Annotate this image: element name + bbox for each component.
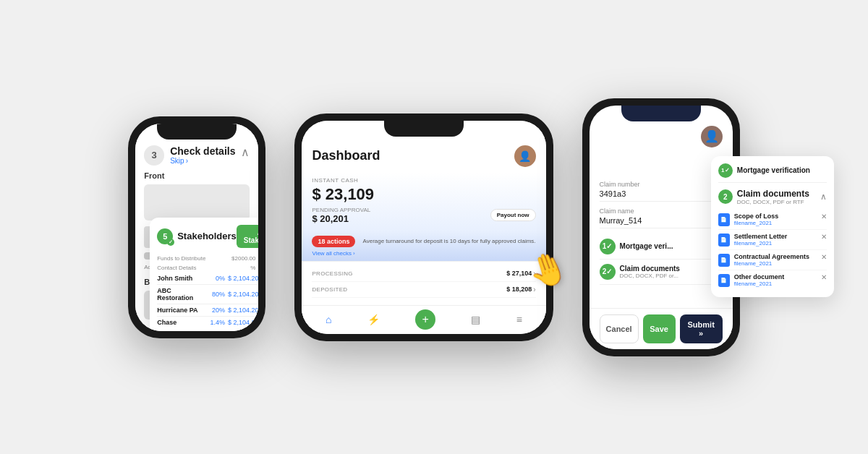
stakeholder-pct: 20%: [212, 307, 225, 314]
phone-notch-3: [621, 106, 701, 121]
save-button[interactable]: Save: [643, 314, 676, 343]
funds-amount: $2000.00: [231, 255, 255, 262]
list-item: 📄 Other document filename_2021 ✕: [718, 270, 827, 290]
check-item-1-info: Mortgage veri...: [620, 242, 723, 250]
stakeholder-name: ABC Restoration: [157, 287, 209, 301]
stake-column-header: Contact Details %: [157, 263, 258, 273]
doc-card-number: 2: [718, 189, 733, 204]
list-item: 📄 Scope of Loss filename_2021 ✕: [718, 210, 827, 230]
claim-name-field: Claim name Murray_514: [600, 207, 723, 228]
collapse-button[interactable]: ∧: [241, 145, 250, 159]
tab-check-1-label: Check 1: [607, 159, 631, 166]
check-item-1-circle: 1✓: [600, 239, 616, 254]
nav-inbox-icon[interactable]: ▤: [471, 314, 480, 325]
doc-card-subtitle: DOC, DOCX, PDF or RTF: [737, 199, 809, 205]
stakeholder-pct: 1.4%: [210, 319, 225, 326]
doc-remove-button[interactable]: ✕: [821, 213, 827, 220]
phone-notch-2: [384, 121, 464, 137]
cancel-button[interactable]: Cancel: [600, 314, 639, 343]
table-row: John Smith 0% $ 2,104.20: [157, 273, 258, 285]
check-title: Check details: [170, 145, 235, 157]
tab-check-2-label: Check 2: [658, 159, 681, 166]
doc-info: Settlement Letter filename_2021: [734, 233, 817, 247]
balance-section: INSTANT CASH $ 23,109 PENDING APPROVAL $…: [302, 173, 545, 231]
processing-row: PROCESSING $ 27,104 ›: [312, 266, 535, 282]
doc-name: Settlement Letter: [734, 233, 817, 240]
mortgage-check-circle: 1✓: [718, 163, 733, 178]
mortgage-verification-title: Mortgage verification: [737, 166, 810, 174]
deposited-label: DEPOSITED: [312, 286, 347, 293]
doc-card-chevron[interactable]: ∧: [820, 192, 827, 202]
doc-name: Contractual Agreements: [734, 253, 817, 260]
doc-file-icon: 📄: [718, 254, 730, 267]
stake-title-row: 5 Stakeholders: [157, 228, 237, 244]
doc-card-header: 2 Claim documents DOC, DOCX, PDF or RTF …: [718, 189, 827, 205]
claim-number-label: Claim number: [600, 181, 723, 188]
document-card: 1✓ Mortgage verification 2 Claim documen…: [711, 156, 834, 297]
claim-name-value[interactable]: Murray_514: [600, 216, 723, 228]
actions-text: Average turnaround for deposit is 10 day…: [362, 238, 535, 244]
check-skip[interactable]: Skip ›: [170, 157, 235, 165]
check-header: 3 Check details Skip › ∧: [144, 145, 250, 166]
stakeholders-title: Stakeholders: [177, 231, 237, 241]
doc-filename: filename_2021: [734, 260, 817, 267]
doc-card-title-group: Claim documents DOC, DOCX, PDF or RTF: [737, 189, 809, 205]
nav-add-button[interactable]: +: [415, 309, 435, 330]
payout-row: PENDING APPROVAL $ 20,201 Payout now: [312, 207, 535, 224]
check-item-2-sub: DOC, DOCX, PDF or...: [620, 273, 723, 279]
list-item: 📄 Contractual Agreements filename_2021 ✕: [718, 250, 827, 270]
submit-button[interactable]: Submit »: [680, 314, 723, 343]
check-item-2: 2✓ Claim documents DOC, DOCX, PDF or...: [600, 260, 723, 285]
doc-filename: filename_2021: [734, 220, 817, 226]
tab-check-2[interactable]: Check 2: [650, 156, 689, 169]
pct-header: %: [250, 265, 255, 271]
claim-name-label: Claim name: [600, 207, 723, 215]
phone-notch-1: [157, 124, 237, 140]
claim-actions: Cancel Save Submit »: [590, 308, 733, 349]
tab-check-1-close[interactable]: ✕: [634, 159, 639, 166]
claim-number-value[interactable]: 3491a3: [600, 189, 723, 202]
add-stakeholder-button[interactable]: Add Stakeholder: [237, 225, 259, 248]
check-number: 3: [144, 145, 164, 166]
claim-avatar: 👤: [701, 126, 723, 147]
deposited-amount: $ 18,208: [506, 286, 532, 293]
stakeholder-amt: $ 2,104.20: [228, 291, 259, 298]
nav-bolt-icon[interactable]: ⚡: [367, 314, 380, 325]
phone1-content: 3 Check details Skip › ∧ Front: [135, 124, 258, 331]
doc-remove-button[interactable]: ✕: [821, 273, 827, 281]
dashboard-header: Dashboard 👤: [302, 140, 545, 173]
pending-section: PENDING APPROVAL $ 20,201: [312, 207, 370, 224]
check-item-2-info: Claim documents DOC, DOCX, PDF or...: [620, 265, 723, 279]
stakeholder-amt: $ 2,104.20: [228, 275, 259, 282]
stakeholder-name: Chase: [157, 319, 207, 326]
instant-cash-label: INSTANT CASH: [312, 177, 535, 184]
stakeholders-card: 5 Stakeholders Add Stakeholder ∧ Funds t…: [150, 218, 258, 331]
actions-badge: 18 actions: [312, 236, 355, 247]
stakeholder-name: John Smith: [157, 275, 213, 282]
nav-chart-icon[interactable]: ≡: [516, 314, 522, 325]
view-all-checks-link[interactable]: View all checks ›: [312, 250, 535, 257]
doc-remove-button[interactable]: ✕: [821, 233, 827, 241]
check-item-1: 1✓ Mortgage veri...: [600, 234, 723, 260]
doc-info: Contractual Agreements filename_2021: [734, 253, 817, 267]
table-row: Hurricane PA 20% $ 2,104.20: [157, 304, 258, 317]
nav-home-icon[interactable]: ⌂: [326, 314, 331, 325]
pending-amount: $ 20,201: [312, 213, 370, 224]
tab-check-1[interactable]: Check 1 ✕: [600, 156, 646, 169]
doc-filename: filename_2021: [734, 240, 817, 247]
contact-details-header: Contact Details: [157, 265, 247, 271]
phone-1: 3 Check details Skip › ∧ Front: [128, 116, 265, 338]
doc-name: Other document: [734, 273, 817, 280]
phone2-content: Dashboard 👤 INSTANT CASH $ 23,109 PENDIN…: [302, 121, 545, 330]
list-item: 📄 Settlement Letter filename_2021 ✕: [718, 230, 827, 250]
user-avatar: 👤: [514, 145, 536, 167]
doc-name: Scope of Loss: [734, 213, 817, 220]
doc-remove-button[interactable]: ✕: [821, 253, 827, 261]
funds-label: Funds to Distribute: [157, 255, 229, 262]
payout-button[interactable]: Payout now: [490, 209, 536, 221]
processing-label: PROCESSING: [312, 270, 352, 277]
doc-file-icon: 📄: [718, 213, 730, 226]
doc-info: Other document filename_2021: [734, 273, 817, 287]
actions-section: 18 actions Average turnaround for deposi…: [302, 231, 545, 261]
check-item-2-title: Claim documents: [620, 265, 723, 273]
